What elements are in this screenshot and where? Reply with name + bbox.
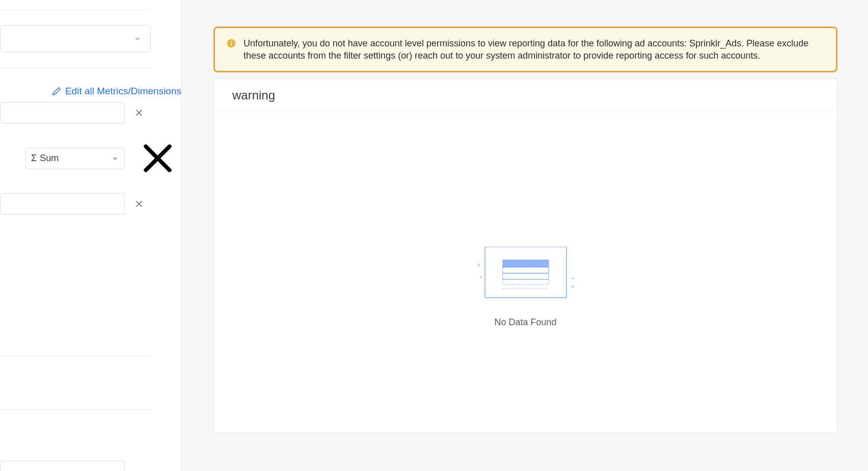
permission-warning-banner: Unfortunately, you do not have account l… bbox=[213, 27, 837, 72]
divider bbox=[0, 409, 151, 410]
svg-rect-13 bbox=[503, 267, 549, 273]
chevron-down-icon bbox=[134, 35, 141, 42]
main-content: Unfortunately, you do not have account l… bbox=[182, 0, 868, 471]
divider bbox=[0, 356, 151, 356]
empty-state-message: No Data Found bbox=[494, 317, 556, 328]
svg-rect-12 bbox=[533, 260, 549, 267]
metric-list: Σ Sum bbox=[0, 102, 181, 215]
aggregation-select[interactable]: Σ Sum bbox=[25, 148, 125, 169]
empty-state-illustration bbox=[475, 247, 577, 303]
widget-card: warning No Data Foun bbox=[213, 78, 837, 433]
svg-rect-7 bbox=[231, 42, 232, 46]
edit-metrics-link[interactable]: Edit all Metrics/Dimensions bbox=[0, 86, 181, 97]
sidebar: Edit all Metrics/Dimensions Σ Sum bbox=[0, 0, 182, 471]
card-body: No Data Found bbox=[214, 111, 837, 432]
svg-point-8 bbox=[231, 41, 232, 42]
metric-row bbox=[0, 102, 181, 123]
sigma-icon: Σ bbox=[31, 153, 37, 164]
metric-row bbox=[0, 193, 181, 215]
divider bbox=[0, 9, 151, 10]
remove-metric-button[interactable] bbox=[134, 108, 144, 118]
svg-point-17 bbox=[478, 264, 480, 266]
svg-rect-14 bbox=[503, 273, 549, 279]
metric-input[interactable] bbox=[0, 193, 125, 215]
metric-input[interactable] bbox=[0, 102, 125, 123]
remove-metric-button[interactable] bbox=[134, 199, 144, 209]
footer-input[interactable] bbox=[0, 461, 125, 471]
aggregation-row: Σ Sum bbox=[0, 135, 181, 182]
card-header: warning bbox=[214, 79, 837, 111]
pencil-icon bbox=[52, 87, 61, 96]
chevron-down-icon bbox=[112, 155, 118, 162]
svg-rect-10 bbox=[503, 260, 518, 267]
sidebar-content: Edit all Metrics/Dimensions Σ Sum bbox=[0, 9, 181, 215]
edit-metrics-label: Edit all Metrics/Dimensions bbox=[65, 86, 181, 97]
info-icon bbox=[226, 38, 236, 48]
card-title: warning bbox=[232, 88, 819, 102]
svg-point-18 bbox=[572, 285, 574, 287]
aggregation-label: Sum bbox=[40, 153, 112, 164]
divider bbox=[0, 68, 151, 68]
svg-rect-15 bbox=[503, 279, 549, 284]
warning-message: Unfortunately, you do not have account l… bbox=[243, 37, 824, 62]
filter-select[interactable] bbox=[0, 25, 151, 53]
svg-rect-11 bbox=[518, 260, 533, 267]
remove-metric-button[interactable] bbox=[134, 135, 181, 182]
svg-rect-9 bbox=[485, 247, 566, 298]
warning-inner: Unfortunately, you do not have account l… bbox=[217, 30, 834, 69]
